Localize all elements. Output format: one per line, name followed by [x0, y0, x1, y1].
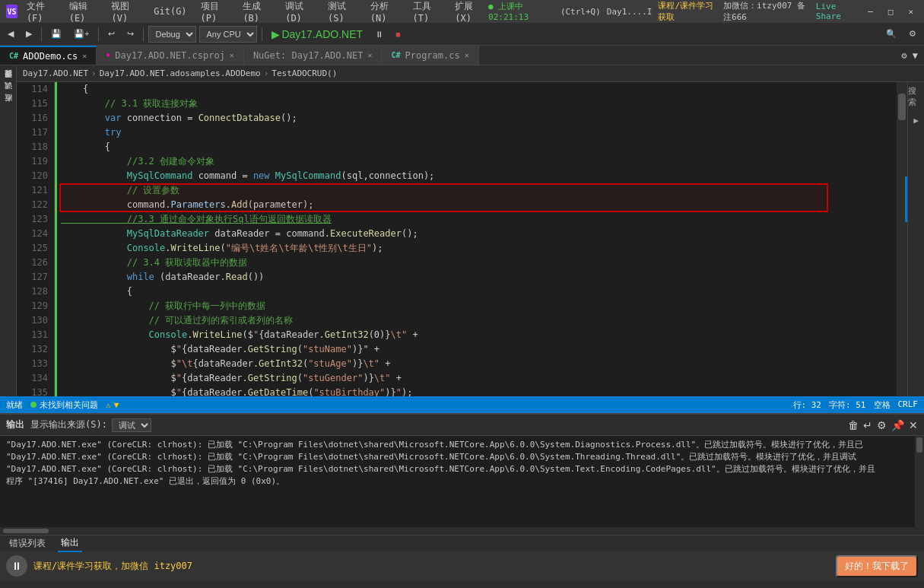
output-clear-btn[interactable]: 🗑 [848, 419, 859, 431]
char-count: 字符: 51 [829, 399, 866, 411]
code-line-118: { [61, 140, 891, 154]
sidebar-breakpoints[interactable]: 断点 [2, 102, 15, 114]
output-wrap-btn[interactable]: ↵ [863, 419, 872, 431]
run-status: ● 上课中 02:21:13 [488, 1, 554, 22]
tab-nuget-label: NuGet: Day17.ADO.NET [253, 50, 364, 61]
tab-output[interactable]: 输出 [58, 535, 82, 552]
ln-116: 116 [17, 111, 48, 126]
code-line-130: // 可以通过列的索引或者列的名称 [61, 313, 891, 328]
output-pin-btn[interactable]: 📌 [891, 419, 904, 431]
tab-adodemo[interactable]: C# ADODemo.cs ✕ [0, 46, 97, 65]
code-line-115: // 3.1 获取连接对象 [61, 97, 891, 111]
line-numbers: 114 115 116 117 118 119 120 121 122 123 … [17, 82, 55, 396]
editor-container: Day17.ADO.NET › Day17.ADO.NET.adosamples… [17, 65, 924, 396]
run-button[interactable]: ▶ Day17.ADO.NET [267, 26, 367, 43]
output-filter-btn[interactable]: ⚙ [877, 419, 887, 431]
ln-126: 126 [17, 256, 48, 270]
ln-119: 119 [17, 154, 48, 169]
code-line-116: var connection = ConnectDatabase(); [61, 111, 891, 126]
output-header: 输出 显示输出来源(S): 调试 🗑 ↵ ⚙ 📌 ✕ [0, 415, 924, 436]
live-share[interactable]: Live Share [816, 2, 857, 21]
tab-nuget-close[interactable]: ✕ [367, 51, 372, 59]
code-line-128: { [61, 284, 891, 299]
settings-toolbar-btn[interactable]: ⚙ [904, 26, 921, 43]
status-warnings: ⚠ ▼ [106, 400, 119, 410]
undo-button[interactable]: ↩ [103, 26, 119, 43]
tab-program-label: Program.cs [405, 50, 459, 61]
output-scroll-thumb[interactable] [916, 437, 922, 453]
save-button[interactable]: 💾 [46, 26, 66, 43]
ln-117: 117 [17, 126, 48, 140]
menu-view[interactable]: 视图(V) [106, 0, 144, 25]
code-line-129: // 获取行中每一列中的数据 [61, 299, 891, 313]
search-toolbar-btn[interactable]: 🔍 [881, 26, 901, 43]
menu-debug[interactable]: 调试(D) [281, 0, 319, 25]
back-button[interactable]: ◀ [3, 26, 18, 43]
output-hscroll-thumb[interactable] [3, 529, 49, 533]
menu-extensions[interactable]: 扩展(X) [450, 0, 488, 25]
sidebar-debug[interactable]: 调试 [2, 90, 15, 102]
code-content[interactable]: { // 3.1 获取连接对象 var connection = Connect… [55, 82, 897, 396]
warning-icon: ⚠ [106, 400, 111, 410]
tab-nuget[interactable]: NuGet: Day17.ADO.NET ✕ [244, 46, 383, 65]
code-line-135: $"{dataReader.GetDateTime("stuBirthday")… [61, 386, 891, 396]
search-sidebar-btn[interactable]: 搜索 [908, 85, 924, 108]
output-source-select[interactable]: 调试 [112, 418, 151, 432]
output-scrollbar[interactable] [915, 436, 924, 527]
menu-test[interactable]: 测试(S) [323, 0, 361, 25]
editor-settings-btn[interactable]: ⚙ ▼ [895, 50, 924, 61]
code-line-117: try [61, 126, 891, 140]
menu-git[interactable]: Git(G) [149, 5, 191, 18]
save-all-button[interactable]: 💾+ [69, 26, 94, 43]
code-line-126: // 3.4 获取读取器中的数据 [61, 256, 891, 270]
vertical-scrollbar[interactable] [897, 82, 907, 396]
redo-button[interactable]: ↪ [122, 26, 138, 43]
forward-button[interactable]: ▶ [21, 26, 37, 43]
tab-program-close[interactable]: ✕ [465, 51, 469, 59]
maximize-btn[interactable]: □ [884, 7, 898, 17]
sidebar-toggle-btn[interactable]: ▶ [913, 116, 919, 126]
menu-edit[interactable]: 编辑(E) [65, 0, 103, 25]
ln-122: 122 [17, 198, 48, 212]
close-btn-window[interactable]: ✕ [903, 7, 918, 17]
ln-115: 115 [17, 97, 48, 111]
download-button[interactable]: 好的！我下载了 [836, 555, 918, 577]
config-dropdown[interactable]: Debug [148, 26, 196, 43]
sidebar-toolbox[interactable]: 工具箱 [2, 65, 15, 78]
sidebar-explorer[interactable]: 资源管理器 [2, 78, 15, 90]
ln-120: 120 [17, 169, 48, 183]
stop-button[interactable]: ■ [391, 26, 405, 43]
output-source: 显示输出来源(S): 调试 [30, 418, 151, 432]
platform-dropdown[interactable]: Any CPU [199, 26, 257, 43]
status-dot [30, 402, 37, 408]
tab-adodemo-close[interactable]: ✕ [82, 52, 87, 60]
code-editor[interactable]: 114 115 116 117 118 119 120 121 122 123 … [17, 82, 924, 396]
play-pause-button[interactable]: ⏸ [6, 555, 27, 577]
ln-134: 134 [17, 371, 48, 386]
code-line-133: $"\t{dataReader.GetInt32("stuAge")}\t" + [61, 357, 891, 371]
output-close-btn[interactable]: ✕ [909, 419, 918, 431]
output-line-4: 程序 "[37416] Day17.ADO.NET.exe" 已退出，返回值为 … [6, 475, 909, 488]
code-line-127: while (dataReader.Read()) [61, 270, 891, 284]
title-bar-right: ● 上课中 02:21:13 (Ctrl+Q) Day1....I 课程/课件学… [488, 0, 918, 23]
ln-125: 125 [17, 241, 48, 256]
tab-program[interactable]: C# Program.cs ✕ [382, 46, 478, 65]
minimize-btn[interactable]: ─ [863, 7, 878, 17]
status-bar-right: 行: 32 字符: 51 空格 CRLF [793, 399, 919, 411]
ln-128: 128 [17, 284, 48, 299]
output-hscrollbar[interactable] [0, 527, 924, 535]
menu-tools[interactable]: 工具(T) [408, 0, 446, 25]
tab-csproj[interactable]: ♦ Day17.ADO.NET.csproj ✕ [97, 46, 244, 65]
tab-errors[interactable]: 错误列表 [6, 536, 49, 551]
menu-analyze[interactable]: 分析(N) [366, 0, 404, 25]
editor-breadcrumb: Day17.ADO.NET › Day17.ADO.NET.adosamples… [17, 65, 924, 82]
code-line-114: { [61, 82, 891, 97]
ln-130: 130 [17, 313, 48, 328]
tab-csproj-label: Day17.ADO.NET.csproj [115, 50, 225, 61]
menu-file[interactable]: 文件(F) [22, 0, 60, 25]
right-indicator [905, 82, 907, 396]
menu-project[interactable]: 项目(P) [196, 0, 234, 25]
pause-button[interactable]: ⏸ [370, 26, 388, 43]
tab-csproj-close[interactable]: ✕ [230, 51, 234, 59]
menu-build[interactable]: 生成(B) [238, 0, 276, 25]
